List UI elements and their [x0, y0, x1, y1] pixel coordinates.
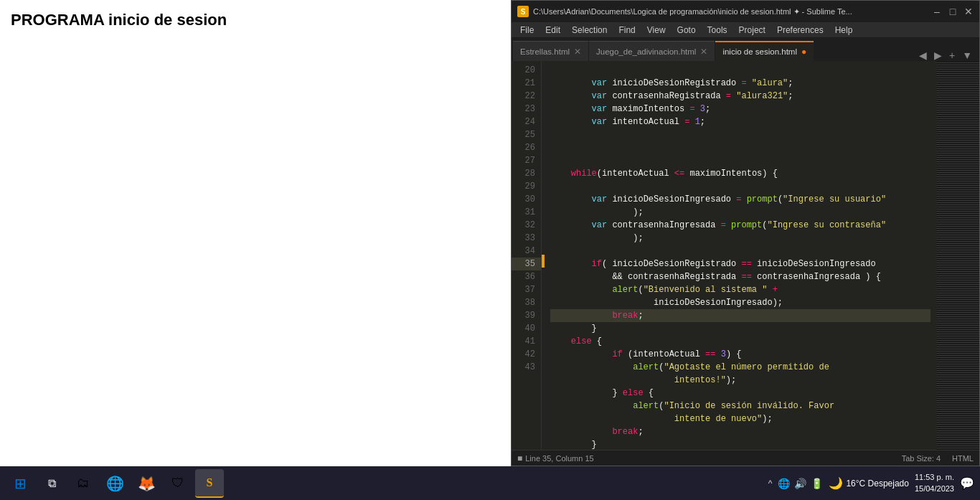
code-line-32b [550, 245, 930, 258]
code-line-43: } [550, 438, 930, 450]
line-num-31: 31 [512, 206, 541, 219]
taskbar-clock[interactable]: 11:53 p. m. 15/04/2023 [915, 472, 954, 494]
line-num-40: 40 [512, 322, 541, 335]
code-line-22: var contrasenhaRegistrada = "alura321"; [550, 90, 930, 103]
code-line-39: alert("Agotaste el número permitido de [550, 361, 930, 374]
line-num-33: 33 [512, 232, 541, 245]
tab-inicio-sesion-label: inicio de sesion.html [722, 47, 797, 56]
maximize-button[interactable]: □ [948, 6, 958, 16]
code-line-40: } else { [550, 387, 930, 400]
minimap [936, 61, 979, 450]
tab-nav-right[interactable]: ▶ [931, 49, 945, 61]
tab-inicio-sesion-close[interactable]: ● [801, 47, 806, 56]
tab-estrellas-label: Estrellas.html [520, 47, 570, 56]
line-num-35: 35 [512, 258, 541, 270]
code-content[interactable]: var inicioDeSesionRegistrado = "alura"; … [545, 61, 936, 450]
line-num-27: 27 [512, 154, 541, 167]
status-line-indicator: ■ Line 35, Column 15 [517, 453, 594, 463]
tab-adivinacion-close[interactable]: ✕ [700, 47, 707, 56]
menu-tools[interactable]: Tools [702, 24, 733, 37]
task-view-icon: ⧉ [48, 477, 56, 490]
line-num-23: 23 [512, 103, 541, 115]
tab-add[interactable]: + [946, 49, 958, 61]
window-title-text: C:\Users\Adrian\Documents\Logica de prog… [533, 7, 852, 16]
code-line-21: var inicioDeSesionRegistrado = "alura"; [550, 77, 930, 90]
file-explorer-button[interactable]: 🗂 [69, 469, 98, 498]
tab-dropdown[interactable]: ▼ [959, 49, 975, 61]
line-num-30: 30 [512, 193, 541, 206]
start-button[interactable]: ⊞ [6, 469, 34, 498]
menu-selection[interactable]: Selection [566, 24, 613, 37]
line-num-20: 20 [512, 64, 541, 77]
sys-tray-expand[interactable]: ^ [768, 478, 773, 489]
network-icon: 🌐 [778, 478, 790, 489]
title-bar: S C:\Users\Adrian\Documents\Logica de pr… [512, 1, 979, 22]
clock-date: 15/04/2023 [915, 484, 954, 494]
sublime-logo-icon: S [517, 6, 529, 17]
code-line-24: var intentoActual = 1; [550, 115, 930, 128]
line-num-41: 41 [512, 335, 541, 348]
line-num-22: 22 [512, 90, 541, 103]
code-line-37: else { [550, 335, 930, 348]
menu-help[interactable]: Help [829, 24, 859, 37]
tab-adivinacion[interactable]: Juego_de_adivinacion.html ✕ [589, 41, 715, 61]
line-num-43: 43 [512, 361, 541, 374]
line-num-37: 37 [512, 283, 541, 296]
tab-nav-left[interactable]: ◀ [916, 49, 930, 61]
line-num-42: 42 [512, 348, 541, 361]
menu-project[interactable]: Project [733, 24, 771, 37]
tab-bar: Estrellas.html ✕ Juego_de_adivinacion.ht… [512, 38, 979, 61]
code-line-34: alert("Bienvenido al sistema " + [550, 283, 930, 296]
status-tab-size: Tab Size: 4 [902, 454, 941, 463]
chrome-button[interactable]: 🌐 [100, 469, 129, 498]
code-line-35: break; [550, 309, 930, 322]
folder-icon: 🗂 [77, 476, 90, 491]
task-view-button[interactable]: ⧉ [37, 469, 66, 498]
close-button[interactable]: ✕ [963, 6, 974, 16]
tab-inicio-sesion[interactable]: inicio de sesion.html ● [715, 41, 814, 61]
taskbar-right: ^ 🌐 🔊 🔋 🌙 16°C Despejado 11:53 p. m. 15/… [768, 472, 974, 494]
menu-edit[interactable]: Edit [540, 24, 566, 37]
code-line-29 [550, 180, 930, 193]
line-num-21: 21 [512, 77, 541, 90]
volume-icon: 🔊 [794, 478, 806, 489]
line-num-32: 32 [512, 219, 541, 232]
weather-widget: 🌙 16°C Despejado [829, 476, 909, 490]
menu-preferences[interactable]: Preferences [771, 24, 829, 37]
code-line-33b: && contrasenhaRegistrada == contrasenhaI… [550, 270, 930, 283]
menu-find[interactable]: Find [613, 24, 641, 37]
tab-estrellas-close[interactable]: ✕ [574, 47, 581, 56]
antivirus-button[interactable]: 🛡 [164, 469, 192, 498]
windows-icon: ⊞ [14, 475, 27, 492]
firefox-icon: 🦊 [138, 475, 156, 492]
code-line-25 [550, 128, 930, 141]
code-line-31: ); [550, 206, 930, 219]
menu-view[interactable]: View [641, 24, 672, 37]
menu-goto[interactable]: Goto [672, 24, 702, 37]
sys-tray: 🌐 🔊 🔋 [778, 478, 823, 489]
status-bar: ■ Line 35, Column 15 Tab Size: 4 HTML [512, 450, 979, 466]
sublime-taskbar-button[interactable]: S [195, 469, 224, 498]
minimize-button[interactable]: – [932, 6, 942, 16]
status-right: Tab Size: 4 HTML [902, 454, 974, 463]
sublime-taskbar-icon: S [207, 476, 213, 489]
tab-controls: ◀ ▶ + ▼ [916, 49, 978, 61]
code-line-23: var maximoIntentos = 3; [550, 103, 930, 115]
chrome-icon: 🌐 [106, 475, 124, 492]
menu-file[interactable]: File [514, 24, 540, 37]
notification-icon[interactable]: 💬 [960, 476, 974, 490]
tab-estrellas[interactable]: Estrellas.html ✕ [513, 41, 588, 61]
line-num-26: 26 [512, 141, 541, 154]
menu-bar: File Edit Selection Find View Goto Tools… [512, 22, 979, 38]
page-title: PROGRAMA inicio de sesion [11, 11, 227, 29]
firefox-button[interactable]: 🦊 [132, 469, 161, 498]
sublime-window: S C:\Users\Adrian\Documents\Logica de pr… [511, 0, 980, 466]
line-num-28: 28 [512, 167, 541, 180]
antivirus-icon: 🛡 [171, 476, 184, 491]
line-num-36: 36 [512, 270, 541, 283]
weather-text: 16°C Despejado [846, 478, 909, 489]
tab-adivinacion-label: Juego_de_adivinacion.html [596, 47, 696, 56]
taskbar: ⊞ ⧉ 🗂 🌐 🦊 🛡 S ^ 🌐 🔊 🔋 🌙 16°C Despejado [0, 466, 980, 500]
status-syntax: HTML [952, 454, 974, 463]
code-line-42: break; [550, 425, 930, 438]
